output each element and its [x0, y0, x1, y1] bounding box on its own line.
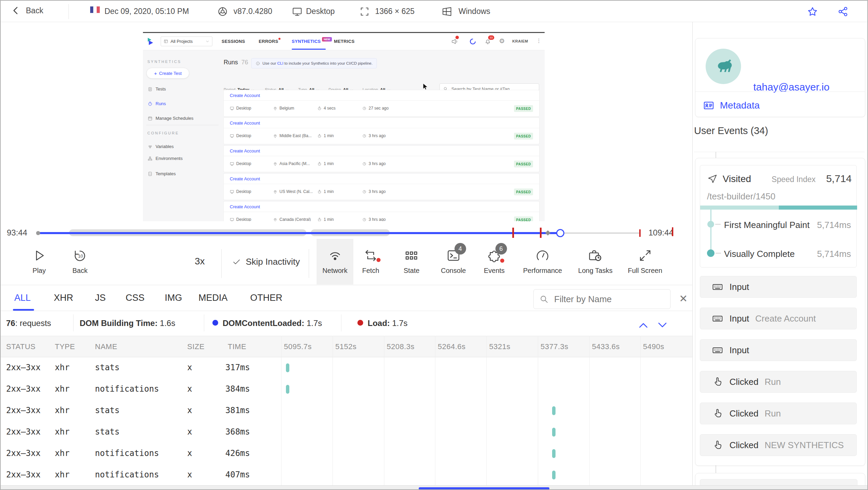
- settings-gear-icon[interactable]: ⚙: [499, 37, 505, 45]
- project-selector[interactable]: All Projects: [161, 36, 212, 46]
- mini-sidebar-item-tests[interactable]: Tests: [148, 86, 166, 92]
- run-title-link[interactable]: Create Account: [224, 118, 539, 128]
- timeline-error-marker[interactable]: [512, 228, 514, 238]
- checkmark-icon: [232, 258, 241, 266]
- timeline-playhead[interactable]: [556, 229, 564, 237]
- net-tab-css[interactable]: CSS: [126, 293, 145, 303]
- notifications-bell-icon[interactable]: 33: [484, 38, 492, 45]
- panel-button-console[interactable]: 4 Console: [441, 248, 466, 275]
- visited-event-card[interactable]: Visited Speed Index 5,714 /test-builder/…: [700, 165, 857, 267]
- more-options-icon[interactable]: ⋮: [536, 37, 542, 44]
- location-pin-icon: [273, 162, 277, 166]
- jump-down-icon[interactable]: [657, 321, 668, 329]
- events-red-dot: [500, 259, 504, 263]
- run-card[interactable]: Create Account Desktop Belgium 4 secs 27…: [224, 90, 539, 116]
- run-title-link[interactable]: Create Account: [224, 174, 539, 184]
- clock-icon: [362, 217, 367, 222]
- tabs-divider: [1, 311, 692, 311]
- timeline-track-progress[interactable]: [38, 232, 560, 234]
- timeline-track-remaining[interactable]: [560, 232, 641, 234]
- hyena-avatar-icon: [712, 55, 735, 78]
- panel-button-full-screen[interactable]: Full Screen: [628, 248, 662, 275]
- mini-sidebar-item-manage-schedules[interactable]: Manage Schedules: [148, 116, 193, 121]
- keyboard-icon: [712, 313, 723, 324]
- calendar-icon: [148, 116, 152, 121]
- timeline-error-marker[interactable]: [540, 228, 542, 238]
- speed-index-label: Speed Index: [772, 175, 816, 184]
- pointer-hand-icon: [712, 439, 723, 451]
- mini-sidebar-item-runs[interactable]: Runs: [148, 101, 166, 106]
- run-card[interactable]: Create Account Desktop Asia Pacific (M..…: [224, 146, 539, 172]
- session-date: Dec 09, 2020, 05:10 PM: [105, 7, 189, 16]
- net-tab-xhr[interactable]: XHR: [54, 293, 73, 303]
- panel-button-fetch[interactable]: Fetch: [362, 248, 379, 275]
- net-tab-js[interactable]: JS: [95, 293, 106, 303]
- run-title-link[interactable]: Create Account: [224, 146, 539, 156]
- col-name[interactable]: NAME: [95, 342, 117, 351]
- horizontal-scrollbar-thumb[interactable]: [419, 487, 549, 490]
- skip-inactivity-toggle[interactable]: Skip Inactivity: [232, 257, 300, 267]
- timeline-error-marker[interactable]: [672, 227, 673, 236]
- bell-badge: 33: [488, 35, 494, 40]
- event-item-input[interactable]: Input: [700, 276, 857, 298]
- filter-by-name-input[interactable]: [553, 294, 660, 305]
- col-time[interactable]: TIME: [228, 342, 246, 351]
- runs-page-title: Runs 76: [224, 59, 248, 66]
- user-email[interactable]: tahay@asayer.io: [753, 81, 830, 93]
- create-test-button[interactable]: + Create Test: [146, 68, 189, 79]
- event-item-input[interactable]: Input: [700, 339, 857, 361]
- back-10s-button[interactable]: 10 Back: [73, 248, 87, 275]
- run-card[interactable]: Create Account Desktop US West (N. Cal..…: [224, 174, 539, 200]
- panel-button-state[interactable]: State: [404, 248, 420, 275]
- play-button[interactable]: Play: [32, 248, 46, 275]
- cli-link[interactable]: CLI: [277, 61, 283, 65]
- mini-tab-synthetics[interactable]: SYNTHETICS: [292, 39, 321, 44]
- panel-button-performance[interactable]: Performance: [523, 248, 562, 275]
- favorite-star-icon[interactable]: [807, 6, 818, 17]
- metric-value: 5,714ms: [817, 220, 851, 230]
- metadata-link[interactable]: Metadata: [703, 100, 760, 111]
- request-timing-bar: [552, 406, 556, 415]
- jump-up-icon[interactable]: [638, 321, 649, 329]
- mini-sidebar-section-synthetics: SYNTHETICS: [147, 60, 181, 64]
- resolution-icon: [359, 6, 370, 17]
- share-icon[interactable]: [837, 6, 849, 17]
- net-tab-other[interactable]: OTHER: [250, 293, 283, 303]
- timeline-error-marker[interactable]: [639, 229, 641, 237]
- network-wifi-icon: [328, 248, 342, 263]
- close-panel-icon[interactable]: ✕: [679, 293, 688, 305]
- run-card[interactable]: Create Account Desktop Middle East (Ba..…: [224, 118, 539, 144]
- vc-dot: [707, 249, 714, 257]
- net-tab-all[interactable]: ALL: [14, 293, 31, 303]
- mini-tab-errors[interactable]: ERRORS: [259, 39, 278, 44]
- mini-sidebar-item-variables[interactable]: Variables: [148, 144, 174, 149]
- playback-speed-button[interactable]: 3x: [195, 256, 205, 267]
- net-tab-img[interactable]: IMG: [165, 293, 182, 303]
- col-type[interactable]: TYPE: [55, 342, 75, 351]
- run-card[interactable]: Create Account Desktop Canada (Central) …: [224, 201, 539, 221]
- announcements-icon[interactable]: [451, 38, 459, 45]
- col-size[interactable]: SIZE: [187, 342, 205, 351]
- mini-tab-metrics[interactable]: METRICS: [334, 39, 355, 44]
- event-item-input[interactable]: Input Create Account: [700, 308, 857, 329]
- event-item-clicked[interactable]: Clicked Run: [700, 403, 857, 424]
- panel-button-network[interactable]: Network: [322, 248, 347, 275]
- run-title-link[interactable]: Create Account: [224, 201, 539, 212]
- mini-sidebar-item-environments[interactable]: Environments: [148, 156, 182, 161]
- panel-button-events[interactable]: 6 Events: [484, 248, 504, 275]
- filter-box[interactable]: [533, 289, 671, 309]
- net-tab-media[interactable]: MEDIA: [198, 293, 228, 303]
- mini-tab-sessions[interactable]: SESSIONS: [222, 39, 245, 44]
- timeline-event-marker[interactable]: [545, 230, 551, 236]
- mini-user-name[interactable]: KRAIEM: [512, 39, 528, 43]
- chrome-browser-icon: [217, 6, 228, 17]
- os-name: Windows: [459, 7, 490, 16]
- location-pin-icon: [273, 134, 277, 138]
- run-title-link[interactable]: Create Account: [224, 90, 539, 101]
- event-item-clicked[interactable]: Clicked NEW SYNTHETICS: [700, 434, 857, 456]
- panel-button-long-tasks[interactable]: Long Tasks: [578, 248, 613, 275]
- mini-sidebar-item-templates[interactable]: Templates: [148, 171, 176, 176]
- event-item-clicked[interactable]: Clicked Run: [700, 371, 857, 393]
- col-status[interactable]: STATUS: [6, 342, 36, 351]
- back-button[interactable]: Back: [11, 5, 43, 16]
